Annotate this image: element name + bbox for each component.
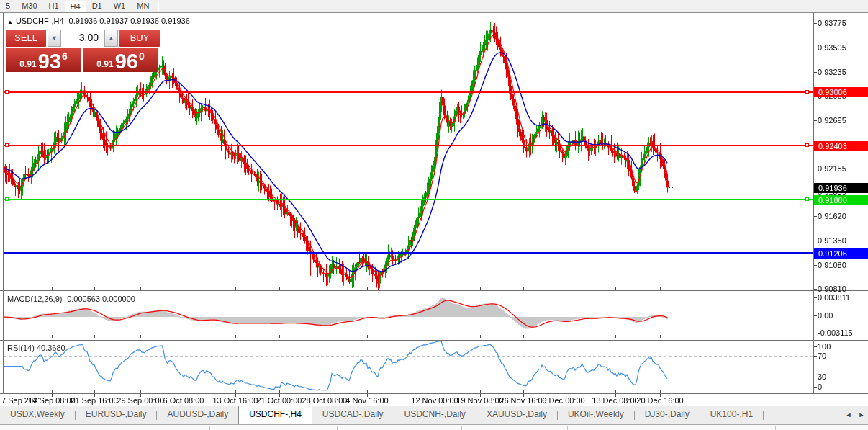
timeframe-button-h4[interactable]: H4: [65, 1, 86, 12]
price-axis-label: 0.91080: [818, 261, 846, 269]
date-label: 21 Sep 16:00: [71, 396, 117, 405]
volume-input[interactable]: [61, 30, 104, 45]
date-label: 20 Dec 16:00: [636, 396, 683, 405]
status-strip-divider: [209, 426, 210, 430]
buy-price-big-digits: 96: [115, 51, 138, 72]
rsi-axis-label: 0: [818, 382, 822, 391]
line-handle[interactable]: [805, 90, 809, 94]
chart-tab-usdcad-daily[interactable]: USDCAD-,Daily: [312, 406, 394, 424]
status-strip-divider: [674, 426, 674, 430]
date-label: 14 Sep 08:00: [28, 396, 75, 405]
timeframe-button-5[interactable]: 5: [0, 1, 16, 12]
chart-symbol-period: USDCHF-,H4: [16, 17, 64, 25]
chevron-down-icon: ▼: [51, 35, 58, 42]
chevron-up-icon: ▲: [108, 35, 114, 42]
timeframe-button-d1[interactable]: D1: [86, 1, 108, 12]
price-line-badge: 0.93006: [814, 87, 868, 97]
price-line-badge: 0.91800: [814, 195, 868, 205]
sell-price-prefix: 0.91: [19, 59, 36, 69]
date-label: 4 Nov 16:00: [345, 396, 388, 405]
sell-price-display[interactable]: 0.91 93 6: [6, 48, 81, 72]
pane-splitter-rsi-top[interactable]: [0, 339, 868, 339]
chart-tab-usdcnh-daily[interactable]: USDCNH-,Daily: [394, 406, 476, 424]
date-label: 13 Oct 16:00: [213, 396, 258, 405]
macd-label: MACD(12,26,9) -0.000563 0.000000: [7, 295, 135, 303]
sell-button[interactable]: SELL: [6, 30, 46, 47]
date-label: 13 Dec 08:00: [592, 396, 638, 405]
current-price-badge: 0.91936: [814, 183, 868, 193]
rsi-bottom-border: [0, 393, 868, 394]
volume-decrease-button[interactable]: ▼: [48, 30, 61, 47]
horizontal-line[interactable]: [4, 199, 813, 200]
chart-tab-uk100-h1[interactable]: UK100-,H1: [700, 406, 763, 424]
pane-splitter-macd-top[interactable]: [0, 290, 868, 291]
status-strip: [0, 424, 868, 430]
date-label: 29 Sep 00:00: [117, 396, 163, 405]
volume-increase-button[interactable]: ▲: [104, 30, 118, 47]
price-axis-label: 0.90810: [818, 285, 846, 293]
trading-platform-window: 5M30H1H4D1W1MN ▲USDCHF-,H40.91936 0.9193…: [0, 0, 868, 430]
horizontal-line[interactable]: [4, 252, 813, 254]
timeframe-button-h1[interactable]: H1: [43, 1, 65, 12]
chart-title: ▲USDCHF-,H40.91936 0.91937 0.91936 0.919…: [7, 17, 190, 25]
price-axis-label: 0.92155: [818, 164, 846, 173]
status-strip-divider: [775, 426, 776, 430]
date-label: 28 Oct 08:00: [302, 396, 348, 405]
status-strip-divider: [117, 426, 117, 430]
timeframe-button-w1[interactable]: W1: [108, 1, 132, 12]
tab-scroll-right-icon[interactable]: ►: [855, 406, 868, 424]
chart-tab-audusd-daily[interactable]: AUDUSD-,Daily: [157, 406, 238, 424]
date-label: 6 Dec 00:00: [542, 396, 584, 405]
pane-splitter-macd-bottom[interactable]: [0, 292, 868, 292]
tab-divider: [763, 411, 764, 420]
price-axis-label: 0.93775: [818, 19, 846, 27]
price-axis-label: 0.91620: [818, 212, 846, 220]
price-line-badge: 0.91206: [814, 248, 868, 259]
horizontal-line[interactable]: [4, 145, 813, 146]
one-click-trading-panel: SELL ▼ ▲ BUY 0.91 93 6 0.91 96 0: [6, 30, 160, 72]
rsi-axis-label: 30: [818, 372, 826, 381]
price-axis-label: 0.91350: [818, 236, 846, 245]
status-strip-divider: [337, 426, 338, 430]
chart-tab-xauusd-daily[interactable]: XAUUSD-,Daily: [476, 406, 557, 424]
tab-scroll-left-icon[interactable]: ◄: [842, 406, 855, 424]
status-strip-divider: [567, 426, 568, 430]
date-label: 12 Nov 00:00: [411, 396, 458, 405]
buy-price-pip-digit: 0: [139, 50, 145, 62]
pane-splitter-rsi-bottom[interactable]: [0, 340, 868, 341]
toolbar-separator: [158, 1, 159, 11]
buy-price-display[interactable]: 0.91 96 0: [83, 48, 158, 72]
horizontal-line[interactable]: [4, 91, 813, 93]
line-handle[interactable]: [5, 90, 9, 94]
symbol-marker-icon: ▲: [7, 19, 13, 25]
sell-price-big-digits: 93: [38, 51, 61, 72]
sell-price-pip-digit: 6: [62, 50, 68, 62]
rsi-axis-label: 70: [818, 351, 826, 360]
chart-left-border: [3, 13, 4, 394]
line-handle[interactable]: [805, 143, 809, 147]
price-axis-label: 0.93505: [818, 43, 846, 52]
chart-tab-dj30-daily[interactable]: DJ30-,Daily: [635, 406, 700, 424]
date-label: 26 Nov 16:00: [499, 396, 546, 405]
chart-tab-usdchf-h4[interactable]: USDCHF-,H4: [238, 406, 312, 424]
chart-tab-bar: USDX,WeeklyEURUSD-,DailyAUDUSD-,DailyUSD…: [0, 406, 868, 424]
buy-price-prefix: 0.91: [96, 59, 113, 69]
macd-axis-label: -0.003115: [818, 328, 853, 337]
macd-axis-label: 0.00: [818, 311, 833, 320]
chart-tab-eurusd-daily[interactable]: EURUSD-,Daily: [76, 406, 157, 424]
chart-ohlc-values: 0.91936 0.91937 0.91936 0.91936: [69, 17, 190, 25]
timeframe-button-m30[interactable]: M30: [16, 1, 42, 12]
timeframe-toolbar: 5M30H1H4D1W1MN: [0, 0, 868, 13]
chart-tab-usdx-weekly[interactable]: USDX,Weekly: [0, 406, 75, 424]
buy-button[interactable]: BUY: [119, 30, 160, 47]
timeframe-button-mn[interactable]: MN: [131, 1, 155, 12]
status-strip-divider: [461, 426, 462, 430]
price-axis-label: 0.92695: [818, 116, 846, 125]
price-axis-label: 0.93235: [818, 68, 846, 76]
line-handle[interactable]: [5, 197, 9, 201]
line-handle[interactable]: [5, 143, 9, 147]
date-label: 19 Nov 08:00: [456, 396, 503, 405]
chart-tab-ukoil-weekly[interactable]: UKOil-,Weekly: [558, 406, 634, 424]
price-line-badge: 0.92403: [814, 141, 868, 151]
line-handle[interactable]: [805, 197, 809, 201]
